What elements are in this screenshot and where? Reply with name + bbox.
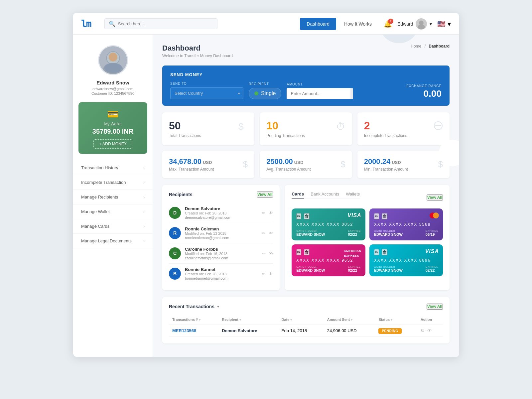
card-brand: VISA bbox=[425, 248, 439, 254]
recipient-name: Caroline Forbbs bbox=[185, 247, 228, 252]
chevron-down-icon[interactable]: ▾ bbox=[217, 304, 219, 309]
col-date: Date ▾ bbox=[278, 315, 324, 325]
col-id: Transactions # ▾ bbox=[169, 315, 218, 325]
profile-name: Edward Snow bbox=[96, 80, 129, 85]
page-header: Dashboard Welcome to Transfer Money Dash… bbox=[162, 44, 450, 58]
recipient-name: Demon Salvatore bbox=[185, 206, 231, 211]
bottom-panels: Recipients View All D Demon Salvatore Cr… bbox=[162, 185, 450, 290]
delete-card-button[interactable]: 🗑 bbox=[304, 213, 310, 219]
header-right: 🔔 2 Edward ▾ 🇺🇸 ▾ bbox=[384, 18, 451, 30]
view-transaction-button[interactable]: 👁 bbox=[427, 328, 432, 333]
search-box[interactable]: 🔍 bbox=[104, 18, 217, 29]
transactions-table: Transactions # ▾ Recipient ▾ Date ▾ Amou… bbox=[169, 315, 443, 337]
refresh-button[interactable]: ↻ bbox=[421, 328, 425, 333]
delete-card-button[interactable]: 🗑 bbox=[382, 213, 387, 219]
main-layout: Edward Snow edwardsnow@gmail.com Custome… bbox=[73, 35, 459, 357]
recipient-email: ronniecoleman@gmail.com bbox=[185, 236, 229, 240]
country-select[interactable]: Select Country bbox=[170, 87, 243, 99]
list-item: R Ronnie Coleman Modified on: Feb 13 201… bbox=[169, 223, 273, 243]
breadcrumb-home[interactable]: Home bbox=[411, 44, 421, 49]
edit-card-button[interactable]: ✏ bbox=[374, 213, 379, 219]
stat-number: 2 bbox=[364, 120, 407, 132]
nav-how-it-works[interactable]: How It Works bbox=[337, 18, 378, 30]
add-money-button[interactable]: + ADD MONEY bbox=[93, 139, 132, 149]
card-holder: EDWARD SNOW bbox=[296, 232, 325, 236]
breadcrumb: Home / Dashboard bbox=[411, 44, 450, 49]
edit-button[interactable]: ✏ bbox=[262, 251, 265, 256]
notification-button[interactable]: 🔔 2 bbox=[384, 20, 392, 28]
recipient-avatar: B bbox=[169, 268, 181, 280]
chevron-down-icon: ▾ bbox=[430, 21, 432, 27]
delete-card-button[interactable]: 🗑 bbox=[304, 249, 310, 255]
list-item: B Bonnie Bannet Created on: Feb 28, 2018… bbox=[169, 264, 273, 284]
card-holder: EDWARD SNOW bbox=[296, 268, 325, 272]
wallet-amount: 35789.00 INR bbox=[84, 128, 141, 135]
min-transaction-card: 2000.24USD Min. Transaction Amount $ bbox=[357, 151, 450, 178]
svg-text:$: $ bbox=[238, 121, 244, 132]
recipient-selector[interactable]: Single bbox=[249, 88, 281, 99]
delete-card-button[interactable]: 🗑 bbox=[382, 249, 387, 255]
tab-bank-accounts[interactable]: Bank Accounts bbox=[311, 192, 339, 199]
recipient-sub: Modified on: Feb 13 2018 bbox=[185, 231, 229, 235]
amount-description: Min. Transaction Amount bbox=[364, 167, 408, 172]
nav-dashboard[interactable]: Dashboard bbox=[300, 18, 336, 30]
stat-label: Pending Transactions bbox=[266, 133, 305, 138]
sidebar-item-transaction-history[interactable]: Transaction History › bbox=[73, 161, 153, 175]
svg-point-1 bbox=[418, 25, 425, 29]
exchange-range: EXCHANGE RANGE 0.00 bbox=[406, 84, 442, 99]
tab-cards[interactable]: Cards bbox=[292, 192, 304, 199]
clock-icon: ⏱ bbox=[336, 121, 345, 132]
card-expires: 02/22 bbox=[426, 268, 438, 272]
amount-field: AMOUNT INR bbox=[287, 82, 401, 99]
view-button[interactable]: 👁 bbox=[269, 271, 273, 276]
sidebar-item-manage-cards[interactable]: Manage Cards › bbox=[73, 219, 153, 234]
edit-button[interactable]: ✏ bbox=[262, 271, 265, 276]
cards-view-all[interactable]: View All bbox=[427, 195, 443, 200]
search-input[interactable] bbox=[118, 21, 213, 26]
avatar bbox=[98, 45, 128, 75]
view-button[interactable]: 👁 bbox=[269, 210, 273, 215]
edit-card-button[interactable]: ✏ bbox=[296, 213, 301, 219]
amount-value: 2500.00USD bbox=[266, 157, 311, 166]
profile-id: Customer ID: 1234567890 bbox=[91, 91, 134, 95]
transaction-recipient: Demon Salvatore bbox=[222, 328, 257, 333]
sidebar-item-incomplete-transaction[interactable]: Incomplete Transaction › bbox=[73, 175, 153, 190]
edit-card-button[interactable]: ✏ bbox=[374, 249, 379, 255]
recipient-name: Bonnie Bannet bbox=[185, 267, 227, 272]
profile-email: edwardsnow@gmail.com bbox=[92, 87, 133, 91]
svg-point-5 bbox=[108, 53, 117, 62]
transactions-tbody: MER123568 Demon Salvatore Feb 14, 2018 2… bbox=[169, 325, 443, 337]
sidebar-item-manage-legal[interactable]: Manage Legal Documents › bbox=[73, 234, 153, 248]
sidebar-item-manage-wallet[interactable]: Manage Wallet › bbox=[73, 204, 153, 219]
svg-point-0 bbox=[419, 21, 424, 25]
transactions-header: Recent Transactions ▾ View All bbox=[169, 304, 443, 310]
transactions-view-all[interactable]: View All bbox=[427, 304, 443, 310]
view-button[interactable]: 👁 bbox=[269, 231, 273, 236]
edit-button[interactable]: ✏ bbox=[262, 210, 265, 215]
language-selector[interactable]: 🇺🇸 ▾ bbox=[437, 20, 451, 28]
user-menu-button[interactable]: Edward ▾ bbox=[397, 18, 432, 30]
recipient-sub: Modified on: Feb 16, 2018 bbox=[185, 252, 228, 256]
view-button[interactable]: 👁 bbox=[269, 251, 273, 256]
sidebar-item-manage-recipients[interactable]: Manage Recipients › bbox=[73, 190, 153, 204]
main-nav: Dashboard How It Works bbox=[300, 18, 378, 30]
mastercard-logo bbox=[430, 212, 439, 218]
sidebar: Edward Snow edwardsnow@gmail.com Custome… bbox=[73, 35, 153, 357]
recipients-view-all[interactable]: View All bbox=[257, 192, 273, 198]
dollar-icon: $ bbox=[243, 159, 248, 170]
tab-wallets[interactable]: Wallets bbox=[346, 192, 360, 199]
col-amount: Amount Sent ▾ bbox=[324, 315, 375, 325]
send-money-form: SEND TO Select Country ▾ RECIPIENT Sin bbox=[170, 82, 442, 99]
max-transaction-card: 34,678.00USD Max. Transaction Amount $ bbox=[162, 151, 254, 178]
chevron-right-icon: › bbox=[143, 239, 145, 243]
amount-value: 2000.24USD bbox=[364, 157, 408, 166]
credit-card: ✏ 🗑 AMERICANEXPRESS XXXX XXXX XXXX 9652 … bbox=[292, 244, 365, 276]
chevron-right-icon: › bbox=[143, 195, 145, 200]
card-number: XXXX XXXX XXXX 5568 bbox=[374, 222, 438, 227]
avg-transaction-card: 2500.00USD Avg. Transaction Amount $ bbox=[260, 151, 352, 178]
amount-input[interactable] bbox=[287, 88, 350, 99]
edit-card-button[interactable]: ✏ bbox=[296, 249, 301, 255]
card-number: XXXX XXXX XXXX 9652 bbox=[296, 258, 360, 263]
breadcrumb-current: Dashboard bbox=[429, 44, 450, 49]
edit-button[interactable]: ✏ bbox=[262, 231, 265, 236]
